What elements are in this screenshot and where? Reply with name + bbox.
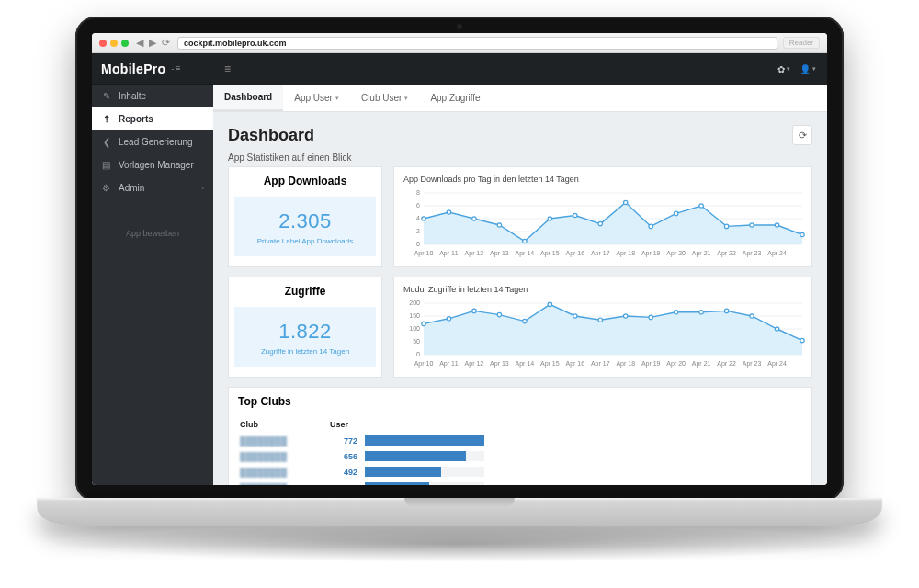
- user-menu[interactable]: 👤 ▾: [800, 64, 816, 74]
- svg-point-24: [775, 223, 778, 227]
- svg-text:Apr 17: Apr 17: [591, 360, 610, 368]
- topbar: ≡ ✿ ▾ 👤 ▾: [213, 53, 827, 85]
- svg-text:Apr 13: Apr 13: [490, 250, 509, 257]
- svg-point-15: [548, 217, 551, 220]
- user-bar: [365, 465, 494, 479]
- chart-title: App Downloads pro Tag in den letzten 14 …: [394, 167, 811, 186]
- window-zoom-icon[interactable]: [121, 40, 129, 47]
- table-row: ████████656: [240, 449, 494, 463]
- svg-text:Apr 10: Apr 10: [414, 360, 434, 368]
- svg-text:Apr 19: Apr 19: [641, 360, 661, 368]
- club-name: ████████: [240, 481, 328, 485]
- stat-value: 1.822: [240, 320, 370, 344]
- svg-text:Apr 16: Apr 16: [565, 360, 584, 368]
- stat-body: 2.305 Private Label App Downloads: [234, 197, 376, 256]
- table-row: ████████416: [240, 481, 494, 485]
- club-name: ████████: [240, 465, 328, 479]
- svg-text:Apr 20: Apr 20: [666, 250, 686, 257]
- settings-menu[interactable]: ✿ ▾: [777, 64, 790, 74]
- tab-app-zugriffe[interactable]: App Zugriffe: [419, 85, 491, 111]
- chart-card-downloads: App Downloads pro Tag in den letzten 14 …: [393, 166, 812, 267]
- user-count: 656: [330, 449, 363, 463]
- svg-point-23: [750, 223, 754, 227]
- sidebar-item-vorlagen-manager[interactable]: ▤ Vorlagen Manager: [92, 153, 213, 176]
- svg-point-62: [699, 311, 703, 314]
- window-controls[interactable]: [99, 40, 129, 47]
- svg-point-51: [422, 322, 425, 325]
- svg-point-52: [447, 317, 450, 321]
- user-count: 772: [330, 434, 363, 447]
- laptop-camera: [457, 24, 462, 29]
- svg-point-16: [573, 213, 577, 217]
- app-root: MobilePro - ≡ ✎ Inhalte ⇡ Reports ❮ Lead…: [92, 53, 827, 485]
- tab-club-user[interactable]: Club User ▾: [350, 85, 419, 111]
- refresh-button[interactable]: ⟳: [792, 125, 812, 145]
- svg-point-65: [775, 327, 778, 331]
- stat-title: Zugriffe: [229, 277, 381, 301]
- sidebar-item-admin[interactable]: ⚙ Admin ›: [92, 176, 213, 199]
- tab-label: Club User: [361, 93, 402, 103]
- svg-point-21: [699, 204, 703, 208]
- laptop-shadow: [55, 526, 864, 562]
- svg-point-20: [674, 211, 677, 215]
- svg-point-60: [649, 315, 652, 319]
- sidebar-item-reports[interactable]: ⇡ Reports: [92, 107, 213, 130]
- sidebar-item-inhalte[interactable]: ✎ Inhalte: [92, 85, 213, 107]
- window-close-icon[interactable]: [99, 40, 107, 47]
- user-icon: 👤: [800, 64, 811, 74]
- table-row: ████████492: [240, 465, 494, 479]
- caret-down-icon: ▾: [787, 65, 790, 73]
- page-title: Dashboard: [228, 126, 314, 145]
- svg-text:Apr 16: Apr 16: [565, 250, 584, 257]
- svg-text:Apr 21: Apr 21: [692, 360, 711, 368]
- subnav: Dashboard App User ▾ Club User ▾ App Zug…: [213, 85, 827, 112]
- sidebar-toggle-icon[interactable]: ≡: [224, 62, 231, 75]
- svg-text:Apr 21: Apr 21: [692, 250, 711, 257]
- svg-text:8: 8: [416, 189, 420, 196]
- browser-toolbar: ◀ ▶ ⟳ cockpit.mobilepro.uk.com Reader: [92, 33, 827, 53]
- megaphone-icon: ❮: [101, 137, 111, 147]
- col-club: Club: [240, 417, 328, 432]
- reader-button[interactable]: Reader: [783, 37, 820, 49]
- svg-text:Apr 24: Apr 24: [767, 360, 787, 368]
- svg-text:2: 2: [416, 228, 420, 234]
- svg-text:Apr 13: Apr 13: [490, 360, 509, 368]
- forward-icon[interactable]: ▶: [149, 38, 156, 48]
- svg-text:Apr 22: Apr 22: [717, 250, 736, 257]
- svg-text:Apr 14: Apr 14: [516, 360, 535, 368]
- row-zugriffe: Zugriffe 1.822 Zugriffe in letzten 14 Ta…: [228, 277, 812, 378]
- browser-nav-arrows: ◀ ▶ ⟳: [136, 38, 170, 48]
- tab-dashboard[interactable]: Dashboard: [213, 85, 283, 111]
- svg-point-59: [624, 314, 628, 318]
- stat-title: App Downloads: [229, 167, 381, 191]
- svg-text:Apr 14: Apr 14: [516, 250, 535, 257]
- back-icon[interactable]: ◀: [136, 38, 143, 48]
- reload-icon[interactable]: ⟳: [162, 38, 170, 48]
- area-chart: 02468Apr 10Apr 11Apr 12Apr 13Apr 14Apr 1…: [403, 189, 808, 257]
- laptop-frame: ◀ ▶ ⟳ cockpit.mobilepro.uk.com Reader Mo…: [75, 17, 844, 502]
- pencil-icon: ✎: [101, 91, 111, 101]
- svg-text:Apr 15: Apr 15: [540, 360, 560, 368]
- svg-point-10: [422, 217, 425, 220]
- sidebar-item-lead-generierung[interactable]: ❮ Lead Generierung: [92, 130, 213, 153]
- col-user: User: [330, 417, 494, 432]
- address-bar[interactable]: cockpit.mobilepro.uk.com: [177, 37, 777, 50]
- tab-app-user[interactable]: App User ▾: [283, 85, 350, 111]
- window-minimize-icon[interactable]: [110, 40, 118, 47]
- svg-point-64: [750, 314, 754, 318]
- screen: ◀ ▶ ⟳ cockpit.mobilepro.uk.com Reader Mo…: [92, 33, 827, 485]
- content: Dashboard ⟳ App Statistiken auf einen Bl…: [213, 112, 827, 485]
- svg-point-17: [598, 221, 602, 225]
- svg-text:Apr 11: Apr 11: [439, 250, 459, 257]
- top-clubs-title: Top Clubs: [229, 388, 811, 412]
- svg-text:Apr 15: Apr 15: [540, 250, 560, 257]
- svg-text:50: 50: [413, 338, 420, 345]
- svg-point-63: [724, 309, 728, 312]
- sidebar-footer-link[interactable]: App bewerben: [92, 223, 213, 243]
- sidebar: MobilePro - ≡ ✎ Inhalte ⇡ Reports ❮ Lead…: [92, 53, 213, 485]
- svg-point-22: [724, 224, 728, 228]
- brand-text: MobilePro: [101, 62, 165, 76]
- row-downloads: App Downloads 2.305 Private Label App Do…: [228, 166, 812, 267]
- caret-down-icon: ▾: [404, 95, 408, 102]
- club-name: ████████: [240, 449, 328, 463]
